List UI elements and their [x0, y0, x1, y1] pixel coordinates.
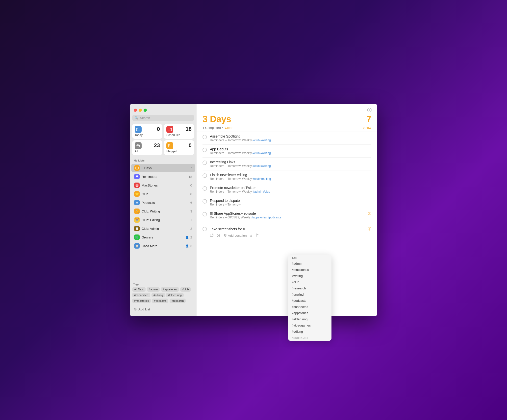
tag-option-macstories[interactable]: #macstories [288, 267, 331, 273]
tag-appstories[interactable]: #appstories [161, 287, 179, 292]
tag-option-audiogear[interactable]: #audioGear [288, 335, 331, 341]
task-tag-club-4[interactable]: #club [253, 177, 260, 181]
tag-admin[interactable]: #admin [147, 287, 160, 292]
task-item-newsletter-editing: Finish newsletter editing Reminders – To… [203, 170, 371, 183]
task-tag-club-2[interactable]: #club [253, 151, 260, 155]
tag-option-unwind[interactable]: #unwind [288, 291, 331, 298]
my-lists-label: My Lists [130, 159, 197, 162]
close-button[interactable] [134, 109, 137, 112]
task-body-6: Respond to dispute Reminders – Tomorrow [210, 199, 371, 206]
sidebar-item-club-admin[interactable]: 📋 Club: Admin 2 [131, 224, 195, 233]
tag-podcasts[interactable]: #podcasts [152, 299, 168, 303]
svg-rect-3 [136, 129, 140, 129]
stat-card-all[interactable]: 23 All [132, 140, 162, 155]
all-icon [135, 142, 142, 149]
tag-option-videogames[interactable]: #videogames [288, 322, 331, 328]
tag-research[interactable]: #research [170, 299, 186, 303]
grocery-name: Grocery [142, 235, 185, 239]
maximize-button[interactable] [144, 109, 147, 112]
task-title-input[interactable] [210, 227, 368, 231]
all-count: 23 [154, 142, 160, 149]
svg-rect-0 [136, 128, 140, 131]
sidebar-item-grocery[interactable]: 🛒 Grocery 👤 2 [131, 233, 195, 241]
tag-club[interactable]: #club [180, 287, 191, 292]
edit-date-value: 08 [217, 234, 220, 237]
tag-option-admin[interactable]: #admin [288, 260, 331, 267]
task-tag-appstories-7[interactable]: #appstories [251, 216, 267, 219]
search-input[interactable]: Search [140, 116, 150, 120]
task-checkbox-3[interactable] [203, 161, 207, 165]
clear-button[interactable]: Clear [225, 126, 232, 130]
main-title: 3 Days [203, 114, 231, 124]
task-checkbox-1[interactable] [203, 135, 207, 139]
exclamations-7: !!! [210, 211, 214, 215]
task-tag-club-5[interactable]: #club [263, 190, 270, 193]
task-tag-writing-3[interactable]: #writing [260, 164, 271, 168]
add-list-button[interactable]: ⊕ Add List [130, 305, 197, 313]
stat-card-scheduled[interactable]: 18 Scheduled [164, 124, 194, 139]
tag-elden-ring[interactable]: #elden ring [166, 293, 183, 297]
task-title-6: Respond to dispute [210, 199, 371, 203]
priority-icon-7: ⓘ [368, 211, 371, 216]
task-tag-podcasts-7[interactable]: #podcasts [268, 216, 281, 219]
tag-option-appstories[interactable]: #appstories [288, 310, 331, 316]
task-checkbox-5[interactable] [203, 186, 207, 191]
sidebar-item-club-editing[interactable]: ✂️ Club: Editing 1 [131, 216, 195, 224]
task-tag-editing-4[interactable]: #editing [260, 177, 271, 181]
task-tag-admin-5[interactable]: #admin [253, 190, 262, 193]
tag-option-podcasts[interactable]: #podcasts [288, 298, 331, 304]
3days-count: 7 [190, 166, 192, 170]
task-title-2: App Debuts [210, 147, 371, 151]
tag-option-writing[interactable]: #writing [288, 273, 331, 279]
task-checkbox-4[interactable] [203, 173, 207, 178]
tag-editing[interactable]: #editing [152, 293, 165, 297]
task-tag-club-1[interactable]: #club [253, 139, 260, 142]
tag-option-club[interactable]: #club [288, 279, 331, 285]
add-location-button[interactable]: Add Location [224, 234, 247, 237]
task-title-1: Assemble Spotlight [210, 134, 371, 138]
tag-dropdown-header: Tag [288, 255, 331, 260]
calendar-icon[interactable] [210, 233, 213, 238]
sidebar-item-podcasts[interactable]: Podcasts 6 [131, 198, 195, 207]
task-checkbox-7[interactable] [203, 212, 207, 216]
task-checkbox-2[interactable] [203, 148, 207, 152]
task-tag-club-3[interactable]: #club [253, 164, 260, 168]
tag-all-tags[interactable]: All Tags [132, 287, 146, 292]
sidebar-item-reminders[interactable]: Reminders 18 [131, 172, 195, 181]
task-tag-writing-1[interactable]: #writing [260, 139, 271, 142]
sidebar: 🔍 Search 0 Today 18 [130, 104, 197, 316]
edit-date-display[interactable]: 08 [217, 234, 220, 237]
stat-card-flagged[interactable]: 0 Flagged [164, 140, 194, 155]
show-button[interactable]: Show [363, 126, 371, 130]
club-admin-icon: 📋 [134, 226, 140, 231]
casa-mare-count: 3 [190, 244, 192, 248]
task-checkbox-8[interactable] [203, 227, 207, 231]
flag-tool-icon[interactable] [256, 233, 259, 238]
macstories-icon [134, 183, 140, 188]
club-writing-icon: ✏️ [134, 209, 140, 214]
today-count: 0 [157, 126, 160, 132]
add-task-button[interactable] [366, 107, 372, 113]
sidebar-item-club[interactable]: ⭐ Club 8 [131, 190, 195, 198]
task-checkbox-6[interactable] [203, 199, 207, 204]
tag-macstories[interactable]: #macstories [132, 299, 151, 303]
sidebar-item-club-writing[interactable]: ✏️ Club: Writing 3 [131, 207, 195, 215]
reminders-name: Reminders [142, 175, 189, 179]
hash-icon[interactable]: # [250, 233, 252, 238]
tag-option-research[interactable]: #research [288, 285, 331, 291]
sidebar-item-casa-mare[interactable]: 🏠 Casa Mare 👤 3 [131, 242, 195, 250]
minimize-button[interactable] [139, 109, 142, 112]
tag-option-editing[interactable]: #editing [288, 328, 331, 335]
search-bar[interactable]: 🔍 Search [132, 115, 194, 121]
quick-stats: 0 Today 18 Scheduled [130, 124, 197, 155]
task-right-7: ⓘ [368, 211, 371, 216]
sidebar-item-3days[interactable]: 3 Days 7 [131, 164, 195, 172]
stat-card-today[interactable]: 0 Today [132, 124, 162, 139]
tag-option-connected[interactable]: #connected [288, 304, 331, 310]
task-tag-writing-2[interactable]: #writing [260, 151, 271, 155]
sidebar-item-macstories[interactable]: MacStories 0 [131, 181, 195, 189]
tag-connected[interactable]: #connected [132, 293, 150, 297]
tag-dropdown[interactable]: Tag #admin #macstories #writing #club #r… [288, 255, 331, 341]
tag-option-elden-ring[interactable]: #elden ring [288, 316, 331, 322]
task-edit-input-row: ⓘ [203, 224, 371, 232]
